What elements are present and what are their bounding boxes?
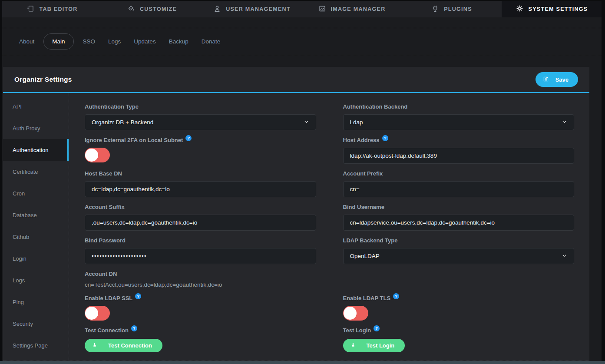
save-button-label: Save: [555, 76, 569, 83]
subnav-item-main[interactable]: Main: [43, 33, 73, 50]
sidebar-item-certificate[interactable]: Certificate: [3, 161, 69, 182]
subnav-item-about[interactable]: About: [13, 34, 41, 49]
top-navigation: TAB EDITOR CUSTOMIZE USER MANAGEMENT IMA…: [2, 1, 602, 17]
field-label: LDAP Backend Type: [343, 237, 575, 244]
sidebar-item-database[interactable]: Database: [3, 204, 69, 226]
field-label: Authentication Backend: [343, 103, 575, 110]
bind-username-input[interactable]: [343, 215, 575, 231]
topnav-label: SYSTEM SETTINGS: [529, 6, 588, 12]
field-label: Authentication Type: [85, 103, 316, 110]
field-label: Host Address ?: [343, 137, 575, 144]
user-management-icon: [213, 5, 221, 14]
chevron-down-icon: [562, 119, 567, 126]
settings-subnav: About Main SSO Logs Updates Backup Donat…: [2, 28, 602, 55]
subnav-item-logs[interactable]: Logs: [102, 34, 127, 49]
account-suffix-input[interactable]: [85, 215, 316, 231]
chevron-down-icon: [304, 119, 309, 126]
topnav-label: PLUGINS: [444, 6, 472, 12]
ldap-backend-type-select[interactable]: OpenLDAP: [343, 248, 575, 264]
account-dn-value: cn=TestAcct,ou=users,dc=ldap,dc=goauthen…: [85, 281, 316, 288]
enable-ldap-tls-toggle[interactable]: [343, 306, 368, 321]
account-prefix-input[interactable]: [343, 181, 575, 197]
field-label: Test Connection ?: [85, 327, 316, 334]
toggle-knob: [344, 307, 357, 320]
host-address-input[interactable]: [343, 148, 575, 164]
help-icon[interactable]: ?: [131, 325, 137, 331]
help-icon[interactable]: ?: [393, 293, 399, 299]
panel-body: API Auth Proxy Authentication Certificat…: [3, 93, 589, 361]
field-label: Enable LDAP SSL ?: [85, 295, 316, 302]
app-window: TAB EDITOR CUSTOMIZE USER MANAGEMENT IMA…: [2, 1, 602, 361]
help-icon[interactable]: ?: [185, 135, 192, 141]
subnav-item-backup[interactable]: Backup: [162, 34, 195, 49]
topnav-label: USER MANAGEMENT: [226, 6, 291, 12]
flask-icon: [92, 342, 97, 349]
selected-value: Organizr DB + Backend: [92, 119, 153, 126]
floppy-disk-icon: [543, 76, 549, 83]
organizr-settings-panel: Organizr Settings Save API Auth Proxy Au…: [3, 67, 589, 361]
sidebar-item-github[interactable]: Github: [3, 226, 69, 248]
sidebar-item-authentication[interactable]: Authentication: [3, 139, 69, 161]
test-login-button[interactable]: Test Login: [343, 339, 405, 352]
topnav-label: CUSTOMIZE: [140, 6, 177, 12]
topnav-item-customize[interactable]: CUSTOMIZE: [102, 1, 202, 17]
bind-password-input[interactable]: [85, 248, 316, 264]
help-icon[interactable]: ?: [135, 293, 141, 299]
gear-icon: [516, 4, 524, 14]
sidebar-item-logs[interactable]: Logs: [3, 269, 69, 291]
topnav-item-plugins[interactable]: PLUGINS: [402, 1, 502, 17]
topnav-label: TAB EDITOR: [39, 6, 77, 12]
field-label: Ignore External 2FA on Local Subnet ?: [85, 137, 316, 144]
sidebar-item-settings-page[interactable]: Settings Page: [3, 334, 69, 356]
topnav-item-image-manager[interactable]: IMAGE MANAGER: [302, 1, 402, 17]
authentication-backend-select[interactable]: Ldap: [343, 114, 575, 130]
test-connection-button-label: Test Connection: [108, 342, 152, 349]
sidebar-item-auth-proxy[interactable]: Auth Proxy: [3, 117, 69, 139]
field-label: Bind Username: [343, 204, 575, 211]
subnav-item-donate[interactable]: Donate: [195, 34, 227, 49]
subnav-item-sso[interactable]: SSO: [76, 34, 102, 49]
field-label: Account Suffix: [85, 204, 316, 211]
selected-value: Ldap: [350, 119, 363, 126]
toggle-knob: [85, 149, 98, 162]
test-connection-button[interactable]: Test Connection: [85, 339, 162, 352]
panel-header: Organizr Settings Save: [3, 67, 589, 93]
field-label: Bind Password: [85, 237, 316, 244]
settings-sidebar: API Auth Proxy Authentication Certificat…: [3, 93, 69, 361]
field-label: Test Login ?: [343, 327, 575, 334]
sidebar-item-security[interactable]: Security: [3, 313, 69, 334]
sidebar-item-ping[interactable]: Ping: [3, 291, 69, 313]
save-button[interactable]: Save: [536, 72, 578, 87]
tab-editor-icon: [26, 5, 34, 14]
window-bottom-edge: [0, 361, 605, 364]
page-title: Organizr Settings: [14, 76, 72, 83]
chevron-down-icon: [562, 253, 567, 260]
toggle-knob: [85, 307, 98, 320]
topnav-item-system-settings[interactable]: SYSTEM SETTINGS: [502, 1, 602, 17]
flask-icon: [350, 342, 356, 349]
ignore-2fa-toggle[interactable]: [85, 148, 110, 162]
sidebar-item-api[interactable]: API: [3, 96, 69, 117]
subnav-item-updates[interactable]: Updates: [127, 34, 162, 49]
help-icon[interactable]: ?: [382, 135, 388, 141]
image-manager-icon: [318, 5, 326, 14]
empty-cell: [343, 271, 575, 288]
test-login-button-label: Test Login: [367, 342, 395, 349]
field-label: Host Base DN: [85, 170, 316, 177]
topnav-label: IMAGE MANAGER: [331, 6, 386, 12]
sidebar-item-login[interactable]: Login: [3, 248, 69, 269]
plugins-icon: [431, 5, 439, 14]
selected-value: OpenLDAP: [350, 253, 380, 259]
nav-divider: [2, 17, 602, 28]
field-label: Account DN: [85, 271, 316, 278]
topnav-item-user-management[interactable]: USER MANAGEMENT: [202, 1, 302, 17]
host-base-dn-input[interactable]: [85, 181, 316, 197]
topnav-item-tab-editor[interactable]: TAB EDITOR: [2, 1, 102, 17]
enable-ldap-ssl-toggle[interactable]: [85, 306, 110, 321]
field-label: Account Prefix: [343, 170, 575, 177]
authentication-type-select[interactable]: Organizr DB + Backend: [85, 114, 316, 130]
field-label: Enable LDAP TLS ?: [343, 295, 575, 302]
sidebar-item-cron[interactable]: Cron: [3, 182, 69, 204]
help-icon[interactable]: ?: [374, 325, 380, 331]
customize-icon: [127, 5, 135, 14]
